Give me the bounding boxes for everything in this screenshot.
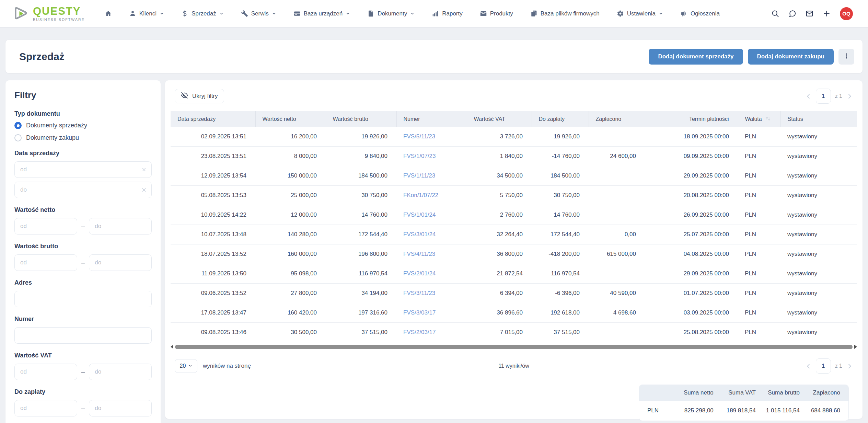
prev-page-icon[interactable] bbox=[805, 93, 812, 100]
horizontal-scrollbar[interactable] bbox=[171, 344, 857, 349]
table-cell: 05.08.2025 13:53 bbox=[171, 186, 255, 205]
filter-input-od[interactable] bbox=[14, 400, 77, 416]
nav-item-dokumenty[interactable]: Dokumenty bbox=[367, 10, 415, 17]
nav-item-serwis[interactable]: Serwis bbox=[241, 10, 276, 17]
table-cell: 184 500,00 bbox=[326, 166, 396, 186]
filter-label: Do zapłaty bbox=[14, 388, 152, 396]
page-number-box[interactable]: 1 bbox=[816, 89, 831, 104]
radio-option[interactable]: Dokumenty zakupu bbox=[14, 134, 152, 141]
sort-icon[interactable] bbox=[765, 116, 771, 122]
document-link[interactable]: FVS/2/03/17 bbox=[403, 329, 436, 335]
next-page-icon[interactable] bbox=[846, 363, 853, 369]
table-row: 17.08.2025 13:47160 420,00197 316,60FVS/… bbox=[171, 303, 857, 323]
filter-group: Wartość brutto– bbox=[14, 243, 152, 271]
document-link[interactable]: FVS/3/11/23 bbox=[403, 290, 435, 296]
filter-group: Wartość netto– bbox=[14, 206, 152, 235]
summary-header bbox=[639, 385, 680, 401]
chat-icon[interactable] bbox=[788, 10, 796, 18]
per-page-select[interactable]: 20 bbox=[175, 359, 197, 373]
more-options-button[interactable] bbox=[838, 49, 854, 65]
table-cell: FVS/5/11/23 bbox=[396, 127, 467, 147]
filter-input-do[interactable] bbox=[89, 364, 152, 380]
files-icon bbox=[530, 10, 537, 17]
table-cell: 196 800,00 bbox=[326, 244, 396, 264]
filter-input-od[interactable] bbox=[14, 364, 77, 380]
document-link[interactable]: FVS/1/11/23 bbox=[403, 172, 435, 179]
scroll-left-icon[interactable] bbox=[171, 345, 173, 349]
filter-date-input[interactable] bbox=[14, 161, 152, 178]
document-link[interactable]: FVS/1/01/24 bbox=[403, 212, 436, 218]
table-cell: 04.08.2025 00:00 bbox=[645, 244, 738, 264]
column-header: Do zapłaty bbox=[532, 111, 589, 127]
eye-off-icon bbox=[181, 92, 188, 101]
hide-filters-button[interactable]: Ukryj filtry bbox=[175, 89, 224, 103]
table-cell: 10.07.2025 13:48 bbox=[171, 225, 255, 244]
document-link[interactable]: FVS/1/07/23 bbox=[403, 153, 436, 159]
document-link[interactable]: FVS/2/01/24 bbox=[403, 270, 436, 277]
filter-text-input[interactable] bbox=[14, 291, 152, 307]
filter-input-do[interactable] bbox=[89, 400, 152, 416]
document-link[interactable]: FKon/1/07/22 bbox=[403, 192, 438, 198]
add-purchase-document-button[interactable]: Dodaj dokument zakupu bbox=[748, 49, 834, 65]
devices-icon bbox=[293, 10, 301, 17]
document-link[interactable]: FVS/4/11/23 bbox=[403, 251, 435, 257]
table-cell: 34 500,00 bbox=[467, 166, 532, 186]
range-dash: – bbox=[81, 259, 85, 266]
nav-item-baza-plikow-firmowych[interactable]: Baza plików firmowych bbox=[530, 10, 600, 17]
table-cell: 36 800,00 bbox=[467, 244, 532, 264]
radio-unselected-icon[interactable] bbox=[14, 134, 22, 141]
table-cell: FVS/1/11/23 bbox=[396, 166, 467, 186]
nav-item-ogloszenia[interactable]: Ogłoszenia bbox=[680, 10, 720, 17]
questy-logo[interactable]: QUESTY BUSINESS SOFTWARE bbox=[14, 5, 85, 22]
summary-cell: 825 298,00 bbox=[680, 401, 722, 421]
table-cell: 09.06.2025 13:52 bbox=[171, 284, 255, 303]
clear-icon[interactable] bbox=[141, 187, 147, 193]
document-link[interactable]: FVS/3/03/17 bbox=[403, 309, 436, 316]
table-cell: -418 200,00 bbox=[532, 244, 589, 264]
radio-option[interactable]: Dokumenty sprzedaży bbox=[14, 122, 152, 129]
app-root: QUESTY BUSINESS SOFTWARE KlienciSprzedaż… bbox=[0, 0, 868, 423]
search-icon[interactable] bbox=[771, 10, 779, 18]
column-header: Wartość VAT bbox=[467, 111, 532, 127]
scrollbar-thumb[interactable] bbox=[175, 345, 853, 349]
table-cell: -6 396,00 bbox=[532, 284, 589, 303]
filter-text-input[interactable] bbox=[14, 327, 152, 344]
nav-item-klienci[interactable]: Klienci bbox=[129, 10, 164, 17]
filter-date-input[interactable] bbox=[14, 182, 152, 198]
scroll-right-icon[interactable] bbox=[854, 345, 857, 349]
nav-item-baza-urzadzen[interactable]: Baza urządzeń bbox=[293, 10, 350, 17]
filter-label: Adres bbox=[14, 279, 152, 286]
user-avatar[interactable]: OQ bbox=[840, 7, 853, 20]
page-number-box[interactable]: 1 bbox=[816, 358, 831, 374]
table-cell: FVS/1/01/24 bbox=[396, 205, 467, 225]
table-row: 09.06.2025 13:5227 800,0034 194,00FVS/3/… bbox=[171, 284, 857, 303]
nav-item-sprzedaz[interactable]: Sprzedaż bbox=[181, 10, 224, 17]
nav-item-ustawienia[interactable]: Ustawienia bbox=[617, 10, 663, 17]
next-page-icon[interactable] bbox=[846, 93, 853, 100]
radio-selected-icon[interactable] bbox=[14, 122, 22, 129]
dollar-icon bbox=[181, 10, 188, 17]
clear-icon[interactable] bbox=[141, 167, 147, 173]
table-cell: 116 970,54 bbox=[532, 264, 589, 284]
table-cell: 37 515,00 bbox=[326, 323, 396, 342]
add-sales-document-button[interactable]: Dodaj dokument sprzedaży bbox=[649, 49, 743, 65]
nav-item-home[interactable] bbox=[105, 10, 112, 17]
filter-input-od[interactable] bbox=[14, 218, 77, 235]
prev-page-icon[interactable] bbox=[805, 363, 812, 369]
document-link[interactable]: FVS/5/11/23 bbox=[403, 133, 435, 140]
table-cell: 19 926,00 bbox=[532, 127, 589, 147]
filter-input-do[interactable] bbox=[89, 254, 152, 271]
page-header-card: Sprzedaż Dodaj dokument sprzedaży Dodaj … bbox=[5, 40, 863, 73]
filter-input-od[interactable] bbox=[14, 254, 77, 271]
chevron-down-icon bbox=[272, 11, 276, 16]
table-cell: FVS/3/01/24 bbox=[396, 225, 467, 244]
document-link[interactable]: FVS/3/01/24 bbox=[403, 231, 436, 238]
nav-item-produkty[interactable]: Produkty bbox=[480, 10, 513, 17]
mail-icon[interactable] bbox=[806, 10, 813, 18]
filter-input-do[interactable] bbox=[89, 218, 152, 235]
table-cell: 30 500,00 bbox=[255, 323, 326, 342]
plus-icon[interactable] bbox=[823, 10, 831, 18]
nav-item-raporty[interactable]: Raporty bbox=[432, 10, 463, 17]
column-header: Zapłacono bbox=[589, 111, 645, 127]
table-cell: wystawiony bbox=[780, 264, 857, 284]
